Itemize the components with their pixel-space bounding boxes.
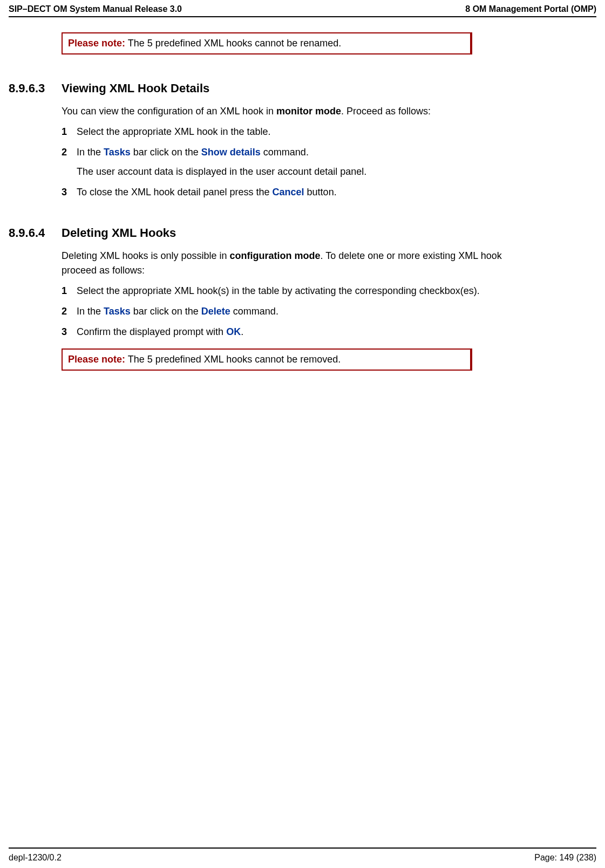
header-right: 8 OM Management Portal (OMP) — [465, 4, 596, 14]
step-2-text-a: In the — [77, 147, 104, 158]
section-title: Viewing XML Hook Details — [62, 81, 209, 95]
intro-mode: configuration mode — [230, 250, 321, 261]
section-number: 8.9.6.3 — [9, 81, 62, 95]
section-heading-8-9-6-4: 8.9.6.4 Deleting XML Hooks — [9, 226, 596, 240]
section-title: Deleting XML Hooks — [62, 226, 176, 240]
page-header: SIP–DECT OM System Manual Release 3.0 8 … — [9, 4, 596, 17]
step-1: Select the appropriate XML hook in the t… — [62, 125, 532, 139]
intro-text-1: Deleting XML hooks is only possible in — [62, 250, 230, 261]
footer-left: depl-1230/0.2 — [9, 853, 62, 863]
intro-mode: monitor mode — [276, 106, 341, 117]
section-heading-8-9-6-3: 8.9.6.3 Viewing XML Hook Details — [9, 81, 596, 95]
step-1-text: Select the appropriate XML hook in the t… — [77, 126, 271, 137]
step-2: In the Tasks bar click on the Show detai… — [62, 145, 532, 179]
note-2-label: Please note: — [68, 354, 125, 365]
note-1-label: Please note: — [68, 38, 125, 49]
cancel-link: Cancel — [273, 187, 304, 197]
step-2-text-a: In the — [77, 306, 104, 317]
step-2-text-b: bar click on the — [131, 306, 201, 317]
page-footer: depl-1230/0.2 Page: 149 (238) — [9, 848, 596, 863]
step-1-text: Select the appropriate XML hook(s) in th… — [77, 285, 480, 296]
step-3-text-b: button. — [304, 187, 337, 197]
step-2-text-b: bar click on the — [131, 147, 201, 158]
step-2: In the Tasks bar click on the Delete com… — [62, 304, 532, 318]
page: SIP–DECT OM System Manual Release 3.0 8 … — [0, 0, 605, 868]
intro-text-2: . Proceed as follows: — [341, 106, 431, 117]
step-3-text-a: Confirm the displayed prompt with — [77, 326, 226, 337]
intro-paragraph: Deleting XML hooks is only possible in c… — [62, 249, 532, 277]
step-3-text-a: To close the XML hook detail panel press… — [77, 187, 273, 197]
note-1-text: The 5 predefined XML hooks cannot be ren… — [128, 38, 342, 49]
tasks-link: Tasks — [104, 147, 131, 158]
ok-link: OK — [226, 326, 241, 337]
section-body-8-9-6-4: Deleting XML hooks is only possible in c… — [62, 249, 532, 338]
delete-link: Delete — [201, 306, 230, 317]
tasks-link: Tasks — [104, 306, 131, 317]
intro-paragraph: You can view the configuration of an XML… — [62, 104, 532, 118]
note-2-text: The 5 predefined XML hooks cannot be rem… — [128, 354, 341, 365]
steps-list: Select the appropriate XML hook(s) in th… — [62, 284, 532, 339]
intro-text-1: You can view the configuration of an XML… — [62, 106, 276, 117]
step-1: Select the appropriate XML hook(s) in th… — [62, 284, 532, 298]
section-8-9-6-3: 8.9.6.3 Viewing XML Hook Details You can… — [9, 81, 596, 199]
note-box-1: Please note: The 5 predefined XML hooks … — [62, 32, 472, 54]
section-body-8-9-6-3: You can view the configuration of an XML… — [62, 104, 532, 199]
step-2-text-c: command. — [261, 147, 309, 158]
steps-list: Select the appropriate XML hook in the t… — [62, 125, 532, 199]
header-left: SIP–DECT OM System Manual Release 3.0 — [9, 4, 182, 14]
step-3-text-b: . — [241, 326, 243, 337]
content: Please note: The 5 predefined XML hooks … — [9, 32, 596, 371]
step-3: To close the XML hook detail panel press… — [62, 185, 532, 199]
show-details-link: Show details — [201, 147, 261, 158]
footer-right: Page: 149 (238) — [534, 853, 596, 863]
step-2-text-c: command. — [230, 306, 278, 317]
section-8-9-6-4: 8.9.6.4 Deleting XML Hooks Deleting XML … — [9, 226, 596, 338]
step-2-subtext: The user account data is displayed in th… — [77, 165, 532, 179]
step-3: Confirm the displayed prompt with OK. — [62, 325, 532, 339]
note-box-2: Please note: The 5 predefined XML hooks … — [62, 348, 472, 371]
section-number: 8.9.6.4 — [9, 226, 62, 240]
